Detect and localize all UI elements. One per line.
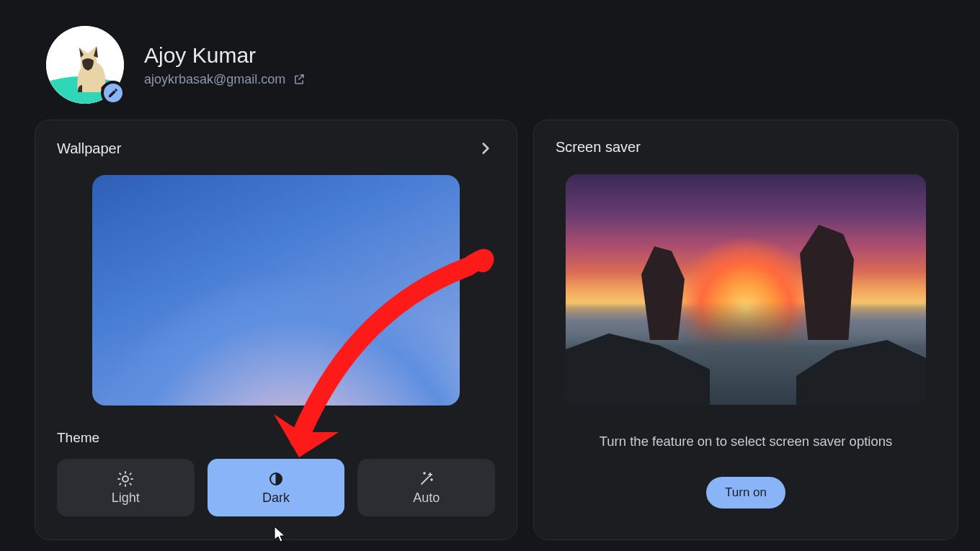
- theme-light-label: Light: [112, 490, 140, 506]
- theme-label: Theme: [57, 430, 495, 446]
- wallpaper-card: Wallpaper Theme Light: [35, 120, 517, 540]
- screensaver-card: Screen saver Turn the feature on to sele…: [533, 120, 958, 540]
- theme-auto-button[interactable]: Auto: [357, 459, 495, 516]
- theme-dark-button[interactable]: Dark: [208, 459, 345, 516]
- profile-email: ajoykrbasak@gmail.com: [144, 72, 285, 87]
- theme-dark-label: Dark: [262, 490, 290, 506]
- svg-point-2: [122, 476, 128, 482]
- chevron-right-icon: [476, 139, 495, 158]
- screensaver-message: Turn the feature on to select screen sav…: [556, 434, 936, 449]
- sun-icon: [117, 470, 134, 488]
- profile-name: Ajoy Kumar: [144, 43, 306, 68]
- cursor-icon: [273, 525, 288, 544]
- wallpaper-preview[interactable]: [92, 175, 460, 406]
- open-external-icon: [293, 73, 306, 86]
- profile-header: Ajoy Kumar ajoykrbasak@gmail.com: [46, 26, 306, 104]
- wallpaper-row[interactable]: Wallpaper: [57, 139, 495, 158]
- pencil-icon: [107, 87, 119, 99]
- wallpaper-title: Wallpaper: [57, 140, 121, 157]
- contrast-icon: [267, 470, 285, 488]
- theme-auto-label: Auto: [413, 490, 440, 506]
- screensaver-preview: [566, 174, 926, 405]
- screensaver-title: Screen saver: [556, 139, 641, 156]
- theme-light-button[interactable]: Light: [57, 459, 195, 516]
- magic-wand-icon: [418, 470, 435, 488]
- avatar[interactable]: [46, 26, 124, 104]
- turn-on-button[interactable]: Turn on: [706, 477, 785, 509]
- edit-avatar-badge[interactable]: [101, 81, 125, 105]
- profile-email-link[interactable]: ajoykrbasak@gmail.com: [144, 72, 306, 87]
